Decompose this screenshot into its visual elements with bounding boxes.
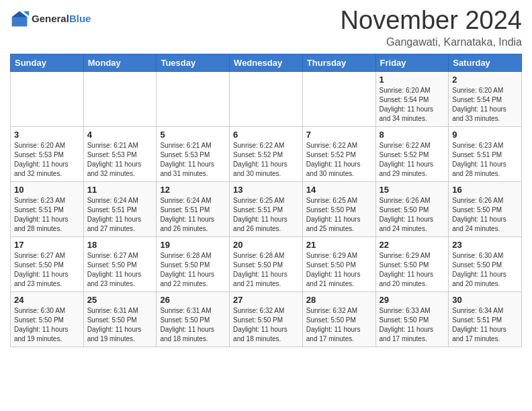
day-number: 4 — [87, 130, 153, 140]
calendar-week-row: 17Sunrise: 6:27 AMSunset: 5:50 PMDayligh… — [11, 236, 522, 291]
day-info: Sunrise: 6:25 AMSunset: 5:51 PMDaylight:… — [233, 196, 299, 234]
day-number: 6 — [233, 130, 299, 140]
day-info: Sunrise: 6:34 AMSunset: 5:51 PMDaylight:… — [452, 306, 518, 344]
calendar-cell: 27Sunrise: 6:32 AMSunset: 5:50 PMDayligh… — [230, 291, 303, 347]
calendar-cell: 3Sunrise: 6:20 AMSunset: 5:53 PMDaylight… — [11, 126, 84, 181]
month-title: November 2024 — [341, 7, 522, 35]
calendar-cell — [302, 71, 375, 126]
day-number: 14 — [306, 185, 372, 195]
calendar-cell: 9Sunrise: 6:23 AMSunset: 5:51 PMDaylight… — [449, 126, 522, 181]
calendar-cell: 1Sunrise: 6:20 AMSunset: 5:54 PMDaylight… — [375, 71, 449, 126]
day-number: 22 — [380, 240, 445, 250]
calendar-day-header: Friday — [375, 54, 449, 71]
day-info: Sunrise: 6:22 AMSunset: 5:52 PMDaylight:… — [306, 141, 372, 179]
day-info: Sunrise: 6:29 AMSunset: 5:50 PMDaylight:… — [306, 251, 372, 289]
day-info: Sunrise: 6:25 AMSunset: 5:50 PMDaylight:… — [306, 196, 372, 234]
calendar-cell: 8Sunrise: 6:22 AMSunset: 5:52 PMDaylight… — [375, 126, 449, 181]
day-number: 8 — [380, 130, 445, 140]
day-number: 17 — [14, 240, 80, 250]
day-info: Sunrise: 6:21 AMSunset: 5:53 PMDaylight:… — [87, 141, 153, 179]
page: GeneralBlue November 2024 Gangawati, Kar… — [0, 0, 532, 354]
day-info: Sunrise: 6:32 AMSunset: 5:50 PMDaylight:… — [306, 306, 372, 344]
calendar-cell: 17Sunrise: 6:27 AMSunset: 5:50 PMDayligh… — [11, 236, 84, 291]
calendar-cell: 7Sunrise: 6:22 AMSunset: 5:52 PMDaylight… — [302, 126, 375, 181]
calendar-cell — [230, 71, 303, 126]
day-info: Sunrise: 6:22 AMSunset: 5:52 PMDaylight:… — [380, 141, 445, 179]
day-number: 5 — [160, 130, 226, 140]
calendar: SundayMondayTuesdayWednesdayThursdayFrid… — [10, 54, 522, 347]
day-number: 29 — [380, 295, 445, 305]
calendar-cell: 25Sunrise: 6:31 AMSunset: 5:50 PMDayligh… — [83, 291, 157, 347]
day-info: Sunrise: 6:29 AMSunset: 5:50 PMDaylight:… — [380, 251, 445, 289]
calendar-cell: 20Sunrise: 6:28 AMSunset: 5:50 PMDayligh… — [230, 236, 303, 291]
calendar-week-row: 24Sunrise: 6:30 AMSunset: 5:50 PMDayligh… — [11, 291, 522, 347]
day-info: Sunrise: 6:28 AMSunset: 5:50 PMDaylight:… — [233, 251, 299, 289]
day-info: Sunrise: 6:21 AMSunset: 5:53 PMDaylight:… — [160, 141, 226, 179]
calendar-cell: 5Sunrise: 6:21 AMSunset: 5:53 PMDaylight… — [157, 126, 230, 181]
day-number: 25 — [87, 295, 153, 305]
day-number: 18 — [87, 240, 153, 250]
day-info: Sunrise: 6:20 AMSunset: 5:54 PMDaylight:… — [452, 86, 518, 124]
calendar-cell: 23Sunrise: 6:30 AMSunset: 5:50 PMDayligh… — [449, 236, 522, 291]
logo-blue: Blue — [69, 13, 91, 24]
day-number: 23 — [452, 240, 518, 250]
calendar-day-header: Wednesday — [230, 54, 303, 71]
day-info: Sunrise: 6:20 AMSunset: 5:53 PMDaylight:… — [14, 141, 80, 179]
calendar-cell: 22Sunrise: 6:29 AMSunset: 5:50 PMDayligh… — [375, 236, 449, 291]
calendar-cell: 16Sunrise: 6:26 AMSunset: 5:50 PMDayligh… — [449, 181, 522, 236]
calendar-cell: 15Sunrise: 6:26 AMSunset: 5:50 PMDayligh… — [375, 181, 449, 236]
day-number: 27 — [233, 295, 299, 305]
day-number: 1 — [380, 75, 445, 85]
calendar-cell: 21Sunrise: 6:29 AMSunset: 5:50 PMDayligh… — [302, 236, 375, 291]
day-number: 30 — [452, 295, 518, 305]
calendar-cell: 28Sunrise: 6:32 AMSunset: 5:50 PMDayligh… — [302, 291, 375, 347]
day-number: 10 — [14, 185, 80, 195]
day-info: Sunrise: 6:32 AMSunset: 5:50 PMDaylight:… — [233, 306, 299, 344]
day-info: Sunrise: 6:23 AMSunset: 5:51 PMDaylight:… — [452, 141, 518, 179]
day-info: Sunrise: 6:33 AMSunset: 5:50 PMDaylight:… — [380, 306, 445, 344]
day-number: 3 — [14, 130, 80, 140]
logo-area: GeneralBlue — [10, 7, 91, 28]
logo-general: General — [32, 13, 69, 24]
header: GeneralBlue November 2024 Gangawati, Kar… — [10, 7, 522, 48]
day-info: Sunrise: 6:30 AMSunset: 5:50 PMDaylight:… — [452, 251, 518, 289]
location-title: Gangawati, Karnataka, India — [341, 36, 522, 48]
calendar-week-row: 1Sunrise: 6:20 AMSunset: 5:54 PMDaylight… — [11, 71, 522, 126]
day-number: 15 — [380, 185, 445, 195]
day-info: Sunrise: 6:22 AMSunset: 5:52 PMDaylight:… — [233, 141, 299, 179]
day-number: 21 — [306, 240, 372, 250]
calendar-cell: 18Sunrise: 6:27 AMSunset: 5:50 PMDayligh… — [83, 236, 157, 291]
calendar-day-header: Monday — [83, 54, 157, 71]
calendar-day-header: Thursday — [302, 54, 375, 71]
svg-rect-2 — [12, 17, 27, 26]
calendar-day-header: Saturday — [449, 54, 522, 71]
day-number: 13 — [233, 185, 299, 195]
calendar-cell: 19Sunrise: 6:28 AMSunset: 5:50 PMDayligh… — [157, 236, 230, 291]
day-info: Sunrise: 6:24 AMSunset: 5:51 PMDaylight:… — [160, 196, 226, 234]
day-info: Sunrise: 6:20 AMSunset: 5:54 PMDaylight:… — [380, 86, 445, 124]
calendar-cell: 12Sunrise: 6:24 AMSunset: 5:51 PMDayligh… — [157, 181, 230, 236]
day-info: Sunrise: 6:30 AMSunset: 5:50 PMDaylight:… — [14, 306, 80, 344]
day-number: 7 — [306, 130, 372, 140]
calendar-cell: 14Sunrise: 6:25 AMSunset: 5:50 PMDayligh… — [302, 181, 375, 236]
calendar-day-header: Tuesday — [157, 54, 230, 71]
day-info: Sunrise: 6:24 AMSunset: 5:51 PMDaylight:… — [87, 196, 153, 234]
day-info: Sunrise: 6:28 AMSunset: 5:50 PMDaylight:… — [160, 251, 226, 289]
calendar-cell: 26Sunrise: 6:31 AMSunset: 5:50 PMDayligh… — [157, 291, 230, 347]
calendar-cell: 4Sunrise: 6:21 AMSunset: 5:53 PMDaylight… — [83, 126, 157, 181]
day-number: 20 — [233, 240, 299, 250]
day-number: 2 — [452, 75, 518, 85]
calendar-week-row: 10Sunrise: 6:23 AMSunset: 5:51 PMDayligh… — [11, 181, 522, 236]
day-info: Sunrise: 6:23 AMSunset: 5:51 PMDaylight:… — [14, 196, 80, 234]
day-number: 19 — [160, 240, 226, 250]
calendar-cell: 10Sunrise: 6:23 AMSunset: 5:51 PMDayligh… — [11, 181, 84, 236]
calendar-cell — [11, 71, 84, 126]
day-info: Sunrise: 6:26 AMSunset: 5:50 PMDaylight:… — [380, 196, 445, 234]
day-info: Sunrise: 6:31 AMSunset: 5:50 PMDaylight:… — [87, 306, 153, 344]
calendar-cell: 29Sunrise: 6:33 AMSunset: 5:50 PMDayligh… — [375, 291, 449, 347]
day-number: 16 — [452, 185, 518, 195]
logo-icon — [10, 9, 29, 28]
calendar-cell: 13Sunrise: 6:25 AMSunset: 5:51 PMDayligh… — [230, 181, 303, 236]
title-area: November 2024 Gangawati, Karnataka, Indi… — [341, 7, 522, 48]
day-number: 11 — [87, 185, 153, 195]
